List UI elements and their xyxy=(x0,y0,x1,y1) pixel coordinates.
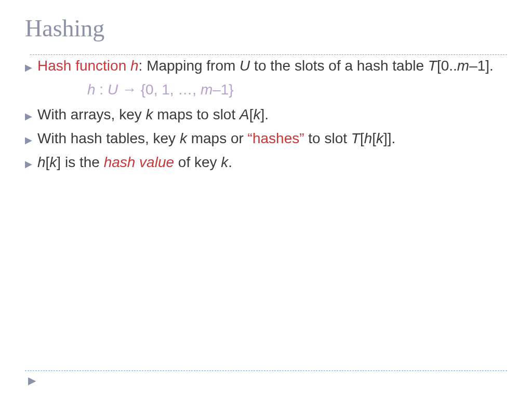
bullet-icon: ▶ xyxy=(25,61,32,75)
bullet-icon: ▶ xyxy=(25,109,32,123)
text-fragment: T xyxy=(351,130,360,146)
text-fragment: h xyxy=(87,81,99,98)
text-fragment: m xyxy=(457,58,469,74)
text-fragment: T xyxy=(428,58,437,74)
text-fragment: [0.. xyxy=(437,58,457,74)
text-fragment: k xyxy=(180,130,187,146)
text-fragment: hash value xyxy=(104,154,174,170)
text-fragment: ] is the xyxy=(57,154,103,170)
text-fragment: “hashes” xyxy=(248,130,304,146)
text-fragment: k xyxy=(221,154,228,170)
text-fragment: ]. xyxy=(260,106,269,122)
text-fragment: k xyxy=(376,130,383,146)
bullet-3: ▶ With hash tables, key k maps or “hashe… xyxy=(25,128,507,149)
text-fragment: m xyxy=(201,81,212,98)
divider-bottom xyxy=(25,370,507,371)
bullet-text: Hash function h: Mapping from U to the s… xyxy=(37,55,507,77)
bullet-icon: ▶ xyxy=(25,133,32,147)
text-fragment: . xyxy=(228,154,232,170)
bullet-4: ▶ h[k] is the hash value of key k. xyxy=(25,152,507,173)
text-fragment: –1} xyxy=(212,81,234,98)
text-fragment: With arrays, key xyxy=(37,106,145,122)
text-fragment: U xyxy=(108,81,122,98)
text-fragment: of key xyxy=(174,154,221,170)
text-fragment: k xyxy=(253,106,260,122)
function-definition: h : U → {0, 1, …, m–1} xyxy=(87,79,507,101)
text-fragment: : xyxy=(99,81,108,98)
bullet-1: ▶ Hash function h: Mapping from U to the… xyxy=(25,55,507,77)
bullet-text: h[k] is the hash value of key k. xyxy=(37,152,507,173)
text-fragment: → {0, 1, …, xyxy=(122,81,201,98)
text-fragment: k xyxy=(49,154,57,170)
text-fragment: h xyxy=(364,130,373,146)
text-fragment: maps or xyxy=(187,130,248,146)
bullet-text: With arrays, key k maps to slot A[k]. xyxy=(37,104,507,126)
text-fragment: : Mapping from xyxy=(139,58,240,74)
text-fragment: [ xyxy=(360,130,364,146)
text-fragment: h xyxy=(37,154,46,170)
text-fragment: –1]. xyxy=(469,58,494,74)
footer-bullet-icon: ▶ xyxy=(28,374,36,387)
text-fragment: h xyxy=(130,58,139,74)
text-fragment: [ xyxy=(372,130,376,146)
text-fragment: Hash function xyxy=(37,58,130,74)
text-fragment: A xyxy=(240,106,249,122)
content-area: ▶ Hash function h: Mapping from U to the… xyxy=(25,55,507,173)
bullet-icon: ▶ xyxy=(25,157,32,171)
text-fragment: to slot xyxy=(304,130,351,146)
text-fragment: to the slots of a hash table xyxy=(250,58,428,74)
text-fragment: k xyxy=(145,106,153,122)
bullet-text: With hash tables, key k maps or “hashes”… xyxy=(37,128,507,149)
slide-title: Hashing xyxy=(25,15,507,42)
bullet-2: ▶ With arrays, key k maps to slot A[k]. xyxy=(25,104,507,126)
text-fragment: With hash tables, key xyxy=(37,130,180,146)
text-fragment: maps to slot xyxy=(153,106,240,122)
slide: Hashing ▶ Hash function h: Mapping from … xyxy=(0,0,532,398)
text-fragment: ]]. xyxy=(383,130,395,146)
text-fragment: U xyxy=(240,58,250,74)
